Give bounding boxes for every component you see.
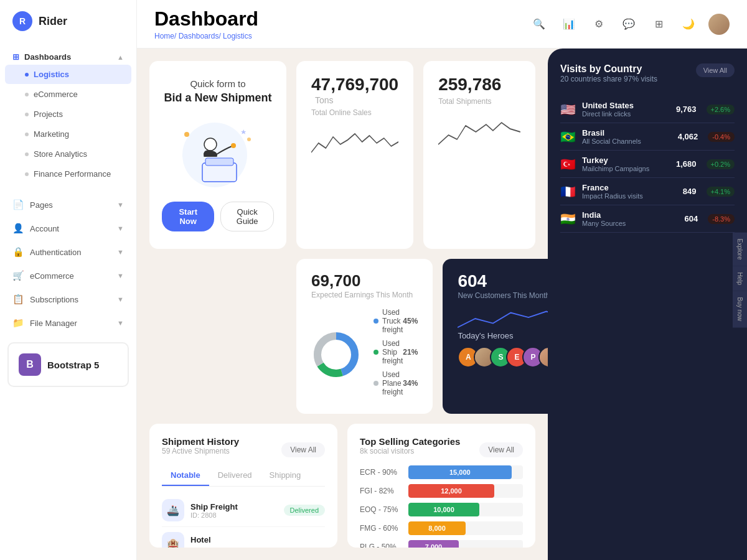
country-item: 🇹🇷 Turkey Mailchimp Campaigns 1,680 +0.2… [560, 151, 735, 178]
svg-point-6 [247, 138, 251, 141]
country-name: Brasil [582, 128, 672, 138]
subscriptions-icon: 📋 [12, 294, 24, 305]
quick-guide-button[interactable]: Quick Guide [220, 202, 274, 231]
country-item: 🇫🇷 France Impact Radius visits 849 +4.1% [560, 178, 735, 205]
chart-icon[interactable]: 📊 [559, 14, 579, 34]
svg-point-4 [231, 143, 236, 148]
bar-row: PLG - 50% 7,000 [360, 540, 523, 548]
categories-title: Top Selling Categories [360, 436, 460, 447]
sidebar-item-logistics[interactable]: Logistics [5, 65, 131, 84]
dot-icon [25, 113, 29, 116]
stat-number-shipments: 259,786 [438, 75, 520, 95]
stat-label-shipments: Total Shipments [438, 97, 520, 106]
nav-pages[interactable]: 📄 Pages ▼ [0, 193, 136, 217]
bar-container: 8,000 [408, 521, 523, 535]
visits-header: Visits by Country 20 countries share 97%… [560, 63, 735, 93]
dot-icon [25, 93, 29, 96]
bar-row: EOQ - 75% 10,000 [360, 503, 523, 516]
start-now-button[interactable]: Start Now [162, 202, 214, 231]
shipment-view-all[interactable]: View All [281, 442, 325, 457]
ship-dot [374, 350, 378, 355]
grid-icon[interactable]: ⊞ [649, 14, 669, 34]
tab-shipping[interactable]: Shipping [261, 465, 310, 486]
country-sub: All Social Channels [582, 138, 672, 145]
theme-icon[interactable]: 🌙 [679, 14, 698, 34]
earnings-number: 69,700 [311, 271, 418, 291]
account-chevron: ▼ [117, 225, 124, 232]
country-value: 849 [683, 187, 697, 196]
nav-authentication[interactable]: 🔒 Authentication ▼ [0, 240, 136, 264]
bar-container: 10,000 [408, 503, 523, 516]
bar-fill: 12,000 [408, 484, 494, 498]
buy-now-tab[interactable]: Buy now [733, 291, 747, 327]
country-item: 🇺🇸 United States Direct link clicks 9,76… [560, 96, 735, 123]
nav-file-manager[interactable]: 📁 File Manager ▼ [0, 311, 136, 335]
dashboards-group[interactable]: ⊞ Dashboards ▲ [0, 46, 136, 64]
nav-subscriptions[interactable]: 📋 Subscriptions ▼ [0, 287, 136, 311]
country-name: France [582, 183, 677, 192]
country-trend: -8.3% [708, 214, 735, 224]
country-name: India [582, 210, 679, 220]
right-panel: Visits by Country 20 countries share 97%… [548, 49, 747, 560]
categories-view-all[interactable]: View All [479, 442, 523, 457]
customers-card: 604 New Customers This Month Today's Her… [443, 259, 548, 414]
country-trend: +0.2% [707, 159, 735, 169]
nav-ecommerce[interactable]: 🛒 eCommerce ▼ [0, 264, 136, 287]
middle-cards-row: 69,700 Expected Earnings This Month [149, 259, 535, 414]
sidebar: R Rider ⊞ Dashboards ▲ Logistics eCommer… [0, 0, 137, 560]
bar-container: 15,000 [408, 465, 523, 479]
shipment-row-2: 🏨 Hotel ... [162, 527, 325, 548]
country-info: France Impact Radius visits [582, 183, 677, 200]
page-title: Dashboard [154, 7, 258, 30]
tab-delivered[interactable]: Delivered [209, 465, 261, 486]
sidebar-item-finance-performance[interactable]: Finance Performance [5, 164, 131, 184]
categories-subtitle: 8k social visitors [360, 447, 460, 455]
app-logo[interactable]: R Rider [0, 0, 136, 42]
help-tab[interactable]: Help [733, 266, 747, 291]
stat-label-sales: Total Online Sales [311, 108, 398, 117]
topbar-title-area: Dashboard Home/ Dashboards/ Logistics [154, 7, 258, 40]
topbar: Dashboard Home/ Dashboards/ Logistics 🔍 … [137, 0, 747, 49]
shipment-info-2: Hotel ... [190, 535, 325, 548]
country-item: 🇮🇳 India Many Sources 604 -8.3% [560, 205, 735, 233]
promo-subtitle: Bid a New Shipment [164, 91, 271, 105]
bar-row: FGI - 82% 12,000 [360, 484, 523, 498]
country-sub: Impact Radius visits [582, 192, 677, 200]
dashboards-chevron: ▲ [117, 54, 124, 61]
legend-plane: Used Plane freight 34% [374, 370, 418, 396]
search-icon[interactable]: 🔍 [529, 14, 549, 34]
bar-label: PLG - 50% [360, 543, 403, 548]
sidebar-item-ecommerce[interactable]: eCommerce [5, 85, 131, 104]
country-flag: 🇹🇷 [560, 157, 576, 172]
explore-tab[interactable]: Explore [733, 233, 747, 266]
shipment-sub-1: ID: 2808 [190, 511, 278, 519]
sidebar-item-projects[interactable]: Projects [5, 105, 131, 124]
sidebar-item-marketing[interactable]: Marketing [5, 124, 131, 144]
user-avatar[interactable] [708, 14, 730, 35]
settings-icon[interactable]: ⚙ [589, 14, 609, 34]
app-name: Rider [39, 15, 67, 28]
tab-notable[interactable]: Notable [162, 465, 209, 486]
main-content: Dashboard Home/ Dashboards/ Logistics 🔍 … [137, 0, 747, 560]
svg-rect-2 [205, 158, 233, 166]
content-area: Quick form to Bid a New Shipment [137, 49, 747, 560]
total-sales-card: 47,769,700 Tons Total Online Sales [296, 61, 413, 249]
sidebar-item-store-analytics[interactable]: Store Analytics [5, 144, 131, 164]
bar-container: 7,000 [408, 540, 523, 548]
bar-fill: 8,000 [408, 521, 466, 535]
visits-view-all[interactable]: View All [696, 63, 735, 77]
chat-icon[interactable]: 💬 [619, 14, 639, 34]
country-name: Turkey [582, 156, 670, 165]
bar-label: ECR - 90% [360, 468, 403, 477]
country-flag: 🇺🇸 [560, 102, 576, 117]
country-info: United States Direct link clicks [582, 101, 670, 118]
promo-buttons: Start Now Quick Guide [162, 202, 274, 231]
bottom-row: Shipment History 59 Active Shipments Vie… [149, 424, 535, 548]
shipment-name-1: Ship Freight [190, 502, 278, 511]
bar-row: FMG - 60% 8,000 [360, 521, 523, 535]
bar-container: 12,000 [408, 484, 523, 498]
topbar-actions: 🔍 📊 ⚙ 💬 ⊞ 🌙 [529, 14, 730, 35]
nav-account[interactable]: 👤 Account ▼ [0, 217, 136, 240]
customers-mini-chart [458, 306, 548, 331]
earnings-card: 69,700 Expected Earnings This Month [296, 259, 433, 414]
